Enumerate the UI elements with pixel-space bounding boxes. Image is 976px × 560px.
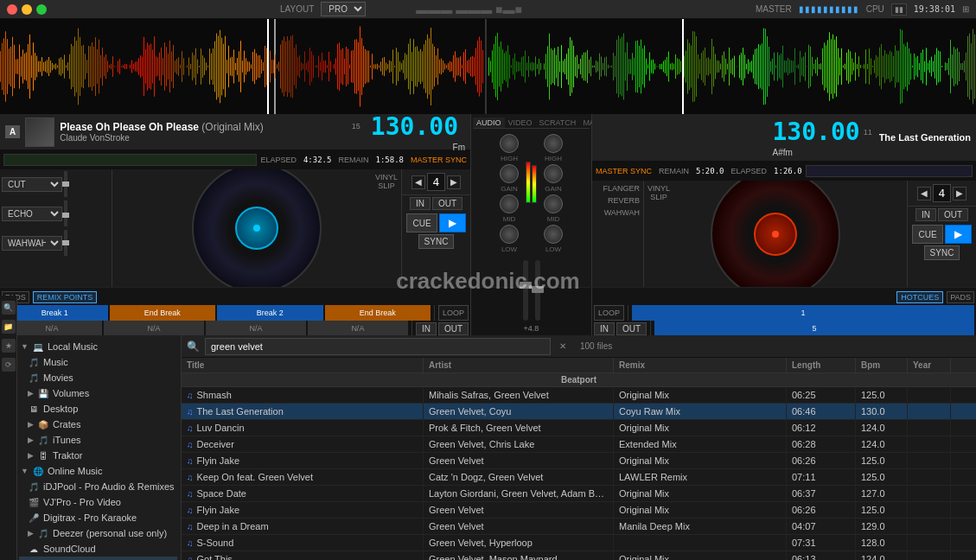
right-hotcue-5[interactable]: 5 (654, 321, 974, 336)
sidebar-item-local-music[interactable]: ▼ 💻 Local Music (19, 339, 177, 354)
right-sync-btn[interactable]: SYNC (924, 245, 960, 260)
tab-scratch[interactable]: SCRATCH (536, 118, 580, 128)
fx-slider-2[interactable] (64, 200, 67, 226)
table-row[interactable]: ♫ Flyin Jake Green Velvet Original Mix 0… (182, 453, 976, 469)
table-row[interactable]: ♫ Deceiver Green Velvet, Chris Lake Exte… (182, 436, 976, 453)
search-input[interactable] (205, 338, 551, 355)
hotcue-endbreak1[interactable]: End Break (110, 305, 216, 321)
right-loop-out-btn[interactable]: OUT (938, 208, 968, 221)
left-cue-btn[interactable]: CUE (406, 213, 437, 232)
track-year-cell (908, 453, 951, 468)
right-global-out-btn[interactable]: OUT (616, 322, 647, 335)
search-clear[interactable]: ✕ (559, 341, 566, 351)
low-knob-right[interactable] (544, 225, 563, 244)
table-row[interactable]: ♫ Shmash Mihalis Safras, Green Velvet Or… (182, 387, 976, 404)
fx-select-1[interactable]: CUT (2, 177, 62, 192)
right-loop-next-btn[interactable]: ▶ (953, 187, 966, 200)
hotcue-break1[interactable]: Break 1 (2, 305, 108, 321)
fx-slider-3[interactable] (64, 230, 67, 256)
th-artist[interactable]: Artist (424, 358, 614, 372)
right-hotcue-1[interactable]: 1 (632, 305, 974, 321)
maximize-button[interactable] (36, 4, 47, 15)
fx-select-3[interactable]: WAHWAH (2, 236, 62, 251)
hotcue-na-3[interactable]: N/A (206, 321, 306, 336)
minimize-button[interactable] (22, 4, 32, 15)
high-knob-right[interactable] (544, 134, 563, 153)
sidebar-icon-history[interactable]: ⟳ (2, 358, 16, 372)
right-loop-in-btn[interactable]: IN (915, 208, 936, 221)
high-knob-left[interactable] (500, 134, 519, 153)
hotcue-na-4[interactable]: N/A (308, 321, 408, 336)
right-cue-btn[interactable]: CUE (912, 225, 942, 244)
gain-knob-left[interactable] (500, 164, 519, 183)
table-row[interactable]: ♫ Space Date Layton Giordani, Green Velv… (182, 486, 976, 502)
fx-slider-1[interactable] (64, 171, 67, 197)
global-in-btn[interactable]: IN (416, 322, 437, 335)
loop-toggle[interactable]: LOOP (438, 305, 469, 321)
sidebar-item-volumes[interactable]: ▶ 💾 Volumes (19, 385, 177, 401)
master-label: MASTER (756, 4, 792, 14)
loop-next-btn[interactable]: ▶ (447, 175, 461, 189)
right-turntable[interactable]: VINYLSLIP (644, 181, 907, 287)
table-row[interactable]: ♫ Flyin Jake Green Velvet Original Mix 0… (182, 502, 976, 519)
sidebar-item-online-music[interactable]: ▼ 🌐 Online Music (19, 463, 177, 479)
right-loop-toggle[interactable]: LOOP (594, 305, 624, 321)
pads-label-right[interactable]: PADS (947, 291, 974, 303)
gain-knob-right[interactable] (544, 164, 563, 183)
th-year[interactable]: Year (908, 358, 951, 372)
table-row[interactable]: ♫ Luv Dancin Prok & Fitch, Green Velvet … (182, 420, 976, 436)
table-row[interactable]: ♫ Got This Green Velvet, Mason Maynard O… (182, 551, 976, 560)
hotcues-mode-btn[interactable]: HOTCUES (896, 291, 943, 303)
sidebar-item-vjpro[interactable]: 🎬 VJ'Pro - Pro Video (19, 494, 177, 510)
sidebar-item-movies[interactable]: 🎵 Movies (19, 370, 177, 385)
tab-video[interactable]: VIDEO (505, 118, 536, 128)
global-out-btn[interactable]: OUT (438, 322, 469, 335)
track-bpm-cell: 129.0 (856, 519, 908, 534)
sidebar-icon-files[interactable]: 📁 (2, 320, 16, 334)
left-play-btn[interactable]: ▶ (439, 213, 466, 232)
loop-out-btn[interactable]: OUT (432, 197, 462, 210)
right-loop-prev-btn[interactable]: ◀ (917, 187, 931, 200)
loop-prev-btn[interactable]: ◀ (411, 175, 425, 189)
table-row[interactable]: ♫ S-Sound Green Velvet, Hyperloop 07:31 … (182, 535, 976, 551)
th-remix[interactable]: Remix (614, 358, 787, 372)
remix-points-btn[interactable]: REMIX POINTS (33, 291, 98, 303)
sidebar-item-beatport[interactable]: ▼ 🎧 Beatport (19, 557, 177, 560)
layout-select[interactable]: PRO (321, 2, 366, 16)
mid-knob-right[interactable] (544, 194, 563, 213)
table-row[interactable]: ♫ Keep On feat. Green Velvet Catz 'n Dog… (182, 469, 976, 486)
fx-select-2[interactable]: ECHO (2, 207, 62, 221)
right-global-in-btn[interactable]: IN (594, 322, 615, 335)
right-play-btn[interactable]: ▶ (945, 225, 972, 244)
sidebar-item-music[interactable]: 🎵 Music (19, 354, 177, 370)
left-turntable[interactable]: VINYLSLIP (112, 169, 401, 287)
close-button[interactable] (7, 4, 17, 15)
table-row[interactable]: ♫ The Last Generation Green Velvet, Coyu… (182, 404, 976, 420)
right-deck-body: FLANGER REVERB WAHWAH VINYLSLIP (592, 181, 976, 287)
th-length[interactable]: Length (787, 358, 856, 372)
sidebar-item-deezer[interactable]: ▶ 🎵 Deezer (personal use only) (19, 525, 177, 541)
hotcue-na-2[interactable]: N/A (104, 321, 204, 336)
ch-fader-left[interactable] (523, 260, 528, 321)
hotcue-break2[interactable]: Break 2 (217, 305, 323, 321)
th-bpm[interactable]: Bpm (856, 358, 908, 372)
sidebar-item-itunes[interactable]: ▶ 🎵 iTunes (19, 432, 177, 448)
low-knob-left[interactable] (500, 225, 519, 244)
tab-audio[interactable]: AUDIO (473, 118, 505, 128)
sidebar-item-digitrax[interactable]: 🎤 Digitrax - Pro Karaoke (19, 510, 177, 525)
sidebar-item-soundcloud[interactable]: ☁ SoundCloud (19, 541, 177, 557)
sidebar-item-idjpool[interactable]: 🎵 iDJPool - Pro Audio & Remixes (19, 479, 177, 494)
hotcue-endbreak2[interactable]: End Break (325, 305, 431, 321)
sidebar-icon-search[interactable]: 🔍 (2, 301, 16, 315)
sidebar-item-crates[interactable]: ▶ 📦 Crates (19, 417, 177, 432)
mid-knob-left[interactable] (500, 194, 519, 213)
sidebar-icon-star[interactable]: ★ (2, 339, 16, 353)
sidebar-item-traktor[interactable]: ▶ 🎛 Traktor (19, 448, 177, 463)
left-sync-btn[interactable]: SYNC (418, 234, 455, 249)
table-row[interactable]: ♫ Deep in a Dream Green Velvet Manila De… (182, 519, 976, 535)
th-title[interactable]: Title (182, 358, 424, 372)
ch-fader-right[interactable] (535, 260, 540, 321)
eq-left-col: HIGH GAIN MID LOW (500, 134, 519, 253)
sidebar-item-desktop[interactable]: 🖥 Desktop (19, 401, 177, 417)
loop-in-btn[interactable]: IN (410, 197, 431, 210)
